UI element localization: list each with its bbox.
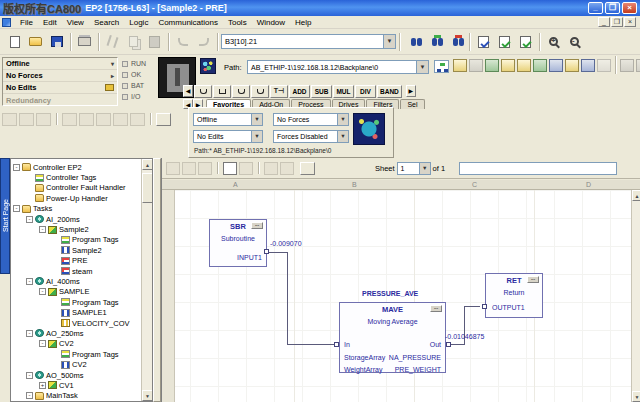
toolbar-icon[interactable]: [453, 59, 467, 72]
tree-scrollbar[interactable]: ▲ ▼: [141, 159, 152, 401]
tree-item-task[interactable]: -AI_400ms: [13, 276, 142, 286]
edits-row[interactable]: No Edits: [3, 82, 117, 94]
ret-properties-button[interactable]: ...: [527, 276, 539, 283]
toolbar-icon[interactable]: [581, 59, 595, 72]
ret-block[interactable]: RET ... Return OUTPUT1: [485, 273, 543, 318]
cut-icon[interactable]: [103, 32, 122, 51]
branch-instruction-icon[interactable]: [194, 85, 212, 98]
title-bar[interactable]: 版权所有CA800 EP2 [1756-L63] - [Sample2 - PR…: [0, 0, 640, 16]
tree-item-task[interactable]: -AI_200ms: [13, 214, 142, 224]
scroll-left-icon[interactable]: ◀: [183, 85, 193, 97]
sheet-number-combo[interactable]: 1▼: [397, 162, 431, 175]
verify-controller-icon[interactable]: [516, 32, 535, 51]
tab-select[interactable]: Sel: [400, 99, 424, 109]
chevron-right-icon[interactable]: ▸: [111, 72, 114, 79]
scroll-up-icon[interactable]: ▲: [632, 190, 640, 201]
mave-tag-name[interactable]: PRESSURE_AVE: [362, 290, 418, 297]
menu-help[interactable]: Help: [290, 18, 316, 27]
rung-tool-icon[interactable]: [62, 113, 77, 126]
scroll-up-icon[interactable]: ▲: [142, 159, 153, 170]
browse-logic-icon[interactable]: [474, 32, 493, 51]
tree-item-program[interactable]: -CV2: [13, 339, 142, 349]
sheet-description-input[interactable]: [459, 162, 617, 175]
menu-search[interactable]: Search: [89, 18, 124, 27]
prev-sheet-icon[interactable]: [264, 162, 278, 175]
menu-view[interactable]: View: [62, 18, 89, 27]
scrollbar-thumb[interactable]: [142, 173, 153, 203]
toolbar-icon[interactable]: [565, 59, 579, 72]
menu-communications[interactable]: Communications: [153, 18, 223, 27]
mave-in-pin[interactable]: [334, 342, 339, 347]
tree-item-routine[interactable]: Sample2: [13, 245, 142, 255]
forces-row[interactable]: No Forces ▸: [3, 70, 117, 82]
path-combo[interactable]: AB_ETHIP-1\192.168.18.12\Backplane\0 ▼: [247, 60, 429, 74]
close-button[interactable]: ×: [622, 2, 637, 14]
properties-window-icon[interactable]: [156, 113, 171, 126]
chevron-down-icon[interactable]: ▼: [251, 114, 262, 125]
sbr-block[interactable]: SBR ... Subroutine INPUT1: [209, 219, 267, 267]
add-instruction-button[interactable]: ADD: [289, 85, 310, 98]
tree-item-routine[interactable]: PRE: [13, 256, 142, 266]
redo-icon[interactable]: [194, 32, 213, 51]
menu-edit[interactable]: Edit: [38, 18, 62, 27]
menu-window[interactable]: Window: [252, 18, 290, 27]
tree-item-program[interactable]: -Sample2: [13, 224, 142, 234]
chevron-down-icon[interactable]: ▼: [416, 61, 428, 73]
ret-input-pin[interactable]: [482, 304, 487, 309]
fbd-tool-icon[interactable]: [182, 162, 196, 175]
child-minimize-button[interactable]: _: [598, 17, 610, 27]
tree-item-routine[interactable]: CV2: [13, 359, 142, 369]
verify-routine-icon[interactable]: [495, 32, 514, 51]
canvas-scrollbar[interactable]: ▲ ▼: [631, 190, 640, 402]
copy-icon[interactable]: [124, 32, 143, 51]
sbr-output-pin[interactable]: [264, 249, 269, 254]
tree-item-routine[interactable]: SAMPLE1: [13, 307, 142, 317]
minimize-button[interactable]: _: [588, 2, 603, 14]
save-icon[interactable]: [47, 32, 66, 51]
chevron-down-icon[interactable]: ▼: [419, 163, 430, 174]
mave-block[interactable]: MAVE ... Moving Average In Out StorageAr…: [339, 302, 446, 373]
paste-icon[interactable]: [145, 32, 164, 51]
fbd-tool-icon[interactable]: [166, 162, 180, 175]
rung-tool-icon[interactable]: [130, 113, 145, 126]
forces-combo[interactable]: No Forces▼: [273, 113, 349, 126]
coil-instruction-icon[interactable]: [251, 85, 269, 98]
mave-param1-value[interactable]: NA_PRESSURE: [389, 354, 441, 361]
tree-item-program-tags[interactable]: Program Tags: [13, 349, 142, 359]
restore-button[interactable]: ❐: [605, 2, 620, 14]
div-instruction-button[interactable]: DIV: [355, 85, 376, 98]
rung-tool-icon[interactable]: [36, 113, 51, 126]
zoom-in-icon[interactable]: +: [544, 32, 563, 51]
toolbar-icon[interactable]: [549, 59, 563, 72]
tree-item-task[interactable]: -AO_500ms: [13, 370, 142, 380]
tag-search-combo[interactable]: B3[10].21 ▼: [221, 34, 396, 49]
tree-item-task[interactable]: -MainTask: [13, 391, 142, 401]
sub-instruction-button[interactable]: SUB: [311, 85, 332, 98]
rung-tool-icon[interactable]: [2, 113, 17, 126]
scroll-right-icon[interactable]: ▶: [406, 85, 416, 97]
toolbar-icon[interactable]: [485, 59, 499, 72]
tree-item-task[interactable]: -AO_250ms: [13, 328, 142, 338]
tree-item-controller[interactable]: -Controller EP2: [13, 162, 142, 172]
child-close-button[interactable]: ×: [624, 17, 636, 27]
rung-tool-icon[interactable]: [79, 113, 94, 126]
undo-icon[interactable]: [173, 32, 192, 51]
tree-item-program-tags[interactable]: Program Tags: [13, 297, 142, 307]
rung-tool-icon[interactable]: [96, 113, 111, 126]
mode-combo[interactable]: Offline▼: [193, 113, 263, 126]
mave-properties-button[interactable]: ...: [430, 305, 442, 312]
tree-item-powerup-handler[interactable]: Power-Up Handler: [13, 193, 142, 203]
rung-instruction-icon[interactable]: [232, 85, 250, 98]
sbr-properties-button[interactable]: ...: [251, 222, 263, 229]
network-browse-icon[interactable]: [434, 60, 449, 73]
open-icon[interactable]: [26, 32, 45, 51]
tree-item-routine[interactable]: steam: [13, 266, 142, 276]
tree-item-routine[interactable]: VELOCITY_COV: [13, 318, 142, 328]
new-icon[interactable]: [5, 32, 24, 51]
rung-tool-icon[interactable]: [113, 113, 128, 126]
delete-sheet-icon[interactable]: [239, 162, 253, 175]
zoom-out-icon[interactable]: -: [565, 32, 584, 51]
start-page-tab[interactable]: Start Page: [0, 158, 10, 274]
toolbar-icon[interactable]: [517, 59, 531, 72]
tree-item-program[interactable]: -SAMPLE: [13, 287, 142, 297]
